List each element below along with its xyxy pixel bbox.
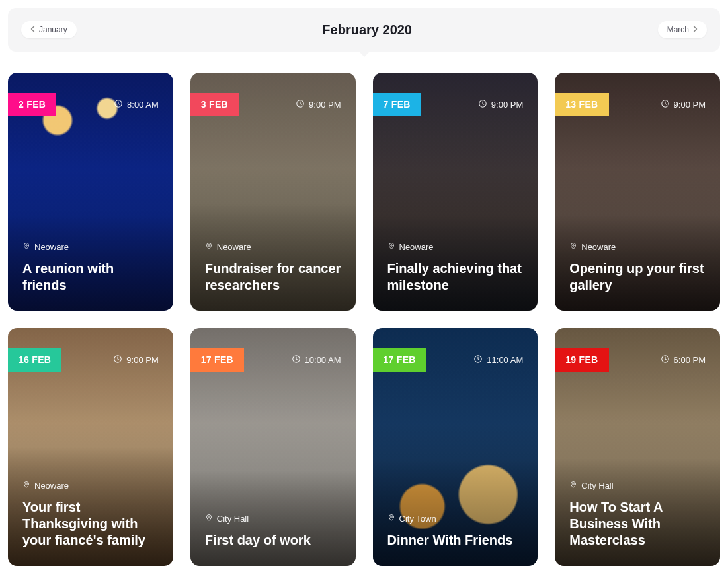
chevron-left-icon: [30, 25, 36, 34]
month-title: February 2020: [322, 22, 412, 38]
event-time-text: 9:00 PM: [674, 100, 706, 110]
card-bottom: NeowareA reunion with friends: [22, 241, 159, 294]
event-time-text: 8:00 AM: [127, 100, 159, 110]
pin-icon: [387, 513, 395, 524]
clock-icon: [473, 354, 483, 366]
event-card[interactable]: 3 FEB9:00 PMNeowareFundraiser for cancer…: [190, 73, 356, 311]
date-tag: 17 FEB: [373, 348, 426, 372]
event-location-text: Neoware: [217, 242, 251, 252]
event-location: City Hall: [569, 480, 613, 491]
card-top-row: 13 FEB9:00 PM: [555, 93, 720, 116]
event-card[interactable]: 2 FEB8:00 AMNeowareA reunion with friend…: [8, 73, 173, 311]
card-top-row: 17 FEB10:00 AM: [190, 348, 356, 372]
card-bottom: NeowareFinally achieving that milestone: [387, 241, 524, 294]
event-card[interactable]: 19 FEB6:00 PMCity HallHow To Start A Bus…: [555, 328, 720, 566]
event-time-text: 10:00 AM: [305, 355, 341, 365]
card-bottom: City TownDinner With Friends: [387, 513, 524, 549]
event-location: Neoware: [569, 241, 616, 253]
event-title: Opening up your first gallery: [569, 260, 706, 294]
event-location-text: Neoware: [581, 242, 616, 252]
pin-icon: [22, 480, 30, 491]
svg-point-3: [208, 245, 210, 247]
event-time: 8:00 AM: [114, 99, 159, 110]
card-bottom: City HallHow To Start A Business With Ma…: [569, 480, 706, 549]
event-location: City Hall: [205, 513, 249, 524]
event-location-text: Neoware: [34, 481, 69, 490]
date-tag: 3 FEB: [190, 93, 239, 116]
event-location: Neoware: [205, 241, 251, 253]
clock-icon: [114, 99, 123, 110]
event-time-text: 6:00 PM: [674, 355, 706, 365]
date-tag: 7 FEB: [373, 93, 421, 116]
pin-icon: [205, 513, 213, 524]
svg-point-15: [573, 483, 575, 485]
date-tag: 16 FEB: [8, 348, 61, 372]
card-top-row: 16 FEB9:00 PM: [8, 348, 173, 372]
clock-icon: [296, 99, 305, 110]
event-location-text: Neoware: [34, 242, 69, 252]
card-bottom: NeowareYour first Thanksgiving with your…: [22, 480, 159, 549]
card-bottom: City HallFirst day of work: [205, 513, 341, 549]
event-title: Fundraiser for cancer researchers: [205, 260, 341, 294]
event-location: Neoware: [22, 241, 69, 253]
card-bottom: NeowareFundraiser for cancer researchers: [205, 241, 341, 294]
event-location: City Town: [387, 513, 436, 524]
clock-icon: [661, 354, 670, 366]
card-top-row: 2 FEB8:00 AM: [8, 93, 173, 116]
event-location-text: City Hall: [581, 481, 613, 490]
event-time: 9:00 PM: [296, 99, 341, 110]
pin-icon: [205, 241, 213, 253]
prev-month-button[interactable]: January: [21, 21, 77, 38]
svg-point-5: [390, 245, 392, 247]
card-top-row: 7 FEB9:00 PM: [373, 93, 538, 116]
pin-icon: [387, 241, 395, 253]
event-time: 10:00 AM: [292, 354, 341, 366]
event-time: 9:00 PM: [478, 99, 523, 110]
svg-point-7: [573, 245, 575, 247]
event-title: A reunion with friends: [22, 260, 159, 294]
event-card[interactable]: 17 FEB10:00 AMCity HallFirst day of work: [190, 328, 356, 566]
svg-point-11: [208, 516, 210, 518]
clock-icon: [113, 354, 122, 366]
svg-point-9: [26, 483, 28, 485]
event-card[interactable]: 17 FEB11:00 AMCity TownDinner With Frien…: [373, 328, 538, 566]
event-location: Neoware: [22, 480, 69, 491]
month-header: January February 2020 March: [8, 8, 720, 52]
date-tag: 17 FEB: [190, 348, 244, 372]
clock-icon: [661, 99, 670, 110]
next-month-button[interactable]: March: [658, 21, 707, 38]
date-tag: 19 FEB: [555, 348, 608, 372]
event-title: How To Start A Business With Masterclass: [569, 499, 706, 549]
date-tag: 13 FEB: [555, 93, 608, 116]
clock-icon: [292, 354, 301, 366]
chevron-right-icon: [692, 25, 698, 34]
event-title: Your first Thanksgiving with your fiancé…: [22, 499, 159, 549]
card-top-row: 17 FEB11:00 AM: [373, 348, 538, 372]
event-time: 6:00 PM: [661, 354, 706, 366]
event-time: 11:00 AM: [473, 354, 523, 366]
event-time-text: 9:00 PM: [126, 355, 158, 365]
pin-icon: [569, 241, 577, 253]
prev-month-label: January: [39, 25, 67, 34]
event-card[interactable]: 13 FEB9:00 PMNeowareOpening up your firs…: [555, 73, 720, 311]
event-title: First day of work: [205, 532, 341, 549]
event-location: Neoware: [387, 241, 434, 253]
next-month-label: March: [667, 25, 689, 34]
event-title: Dinner With Friends: [387, 532, 524, 549]
svg-point-13: [390, 516, 392, 518]
event-time-text: 11:00 AM: [487, 355, 523, 365]
events-grid: 2 FEB8:00 AMNeowareA reunion with friend…: [8, 73, 720, 566]
event-card[interactable]: 16 FEB9:00 PMNeowareYour first Thanksgiv…: [8, 328, 173, 566]
event-title: Finally achieving that milestone: [387, 260, 524, 294]
event-time-text: 9:00 PM: [491, 100, 523, 110]
event-time: 9:00 PM: [661, 99, 706, 110]
event-location-text: City Town: [399, 514, 436, 524]
pin-icon: [22, 241, 30, 253]
pin-icon: [569, 480, 577, 491]
event-time: 9:00 PM: [113, 354, 158, 366]
event-card[interactable]: 7 FEB9:00 PMNeowareFinally achieving tha…: [373, 73, 538, 311]
event-location-text: City Hall: [217, 514, 249, 524]
date-tag: 2 FEB: [8, 93, 56, 116]
event-time-text: 9:00 PM: [309, 100, 341, 110]
card-top-row: 19 FEB6:00 PM: [555, 348, 720, 372]
